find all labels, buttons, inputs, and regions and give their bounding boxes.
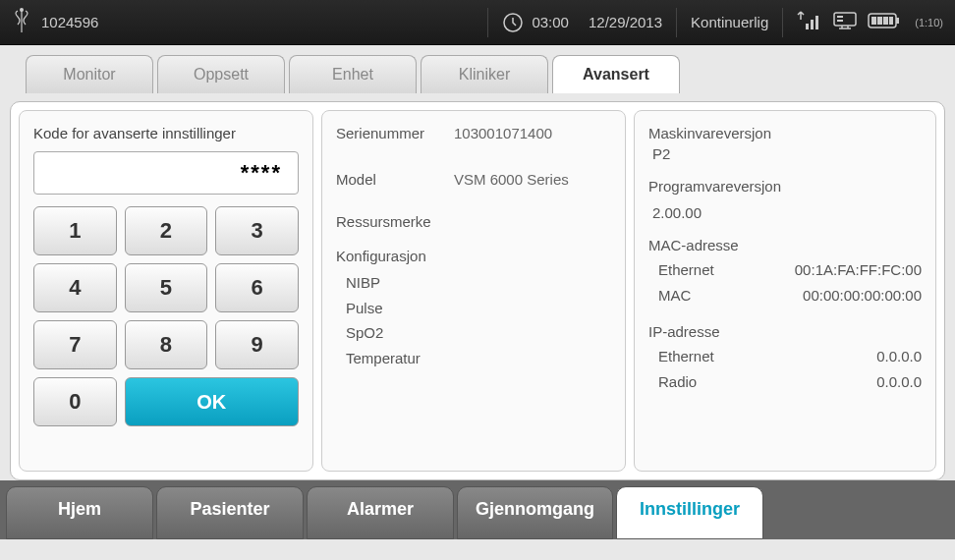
mac-eth-value: 00:1A:FA:FF:FC:00: [795, 257, 922, 283]
svg-rect-2: [806, 24, 809, 29]
device-info-panel: Serienummer 103001071400 Model VSM 6000 …: [321, 110, 626, 472]
svg-rect-12: [883, 17, 888, 25]
mac-section-label: MAC-adresse: [648, 237, 922, 253]
model-label: Model: [336, 171, 454, 188]
svg-rect-5: [834, 13, 856, 26]
key-7[interactable]: 7: [33, 320, 117, 369]
asset-value: [454, 213, 611, 230]
ip-section-label: IP-adresse: [648, 323, 922, 340]
mac-mac-value: 00:00:00:00:00:00: [803, 283, 922, 308]
sw-value: 2.00.00: [648, 198, 922, 221]
mac-eth-label: Ethernet: [658, 257, 714, 283]
key-8[interactable]: 8: [125, 320, 208, 369]
key-4[interactable]: 4: [33, 263, 117, 312]
bottom-tab-innstillinger[interactable]: Innstillinger: [616, 486, 763, 539]
keypad-title: Kode for avanserte innstillinger: [33, 125, 299, 141]
tab-kliniker[interactable]: Kliniker: [421, 55, 548, 93]
bottom-tab-gjennomgang[interactable]: Gjennomgang: [457, 486, 613, 539]
serial-value: 103001071400: [454, 125, 611, 141]
tab-avansert[interactable]: Avansert: [552, 55, 680, 93]
mac-mac-label: MAC: [658, 283, 691, 308]
password-display: ****: [33, 151, 299, 195]
ip-eth-label: Ethernet: [658, 344, 714, 369]
bottom-tab-alarmer[interactable]: Alarmer: [307, 486, 454, 539]
mode-value: Kontinuerlig: [691, 14, 768, 30]
key-5[interactable]: 5: [125, 263, 208, 312]
tab-monitor[interactable]: Monitor: [26, 55, 153, 93]
key-1[interactable]: 1: [33, 206, 117, 255]
svg-rect-13: [889, 17, 893, 25]
svg-rect-6: [837, 16, 843, 18]
asset-label: Ressursmerke: [336, 213, 454, 230]
hw-value: P2: [648, 145, 922, 162]
svg-point-0: [20, 8, 24, 12]
medical-icon: [12, 7, 31, 37]
battery-icon: [868, 12, 901, 32]
ip-radio-value: 0.0.0.0: [876, 369, 922, 395]
clock-icon: [502, 12, 524, 33]
time-value: 03:00: [532, 14, 569, 30]
serial-label: Serienummer: [336, 125, 454, 141]
system-info-panel: Maskinvareversjon P2 Programvareversjon …: [634, 110, 936, 472]
sw-label: Programvareversjon: [648, 178, 922, 195]
key-6[interactable]: 6: [215, 263, 299, 312]
top-tabs: Monitor Oppsett Enhet Kliniker Avansert: [10, 55, 945, 93]
key-9[interactable]: 9: [215, 320, 299, 369]
bottom-tab-hjem[interactable]: Hjem: [6, 486, 153, 539]
status-bar: 1024596 03:00 12/29/2013 Kontinuerlig (1…: [0, 0, 955, 45]
keypad-panel: Kode for avanserte innstillinger **** 1 …: [19, 110, 313, 472]
svg-rect-10: [871, 17, 876, 25]
config-label: Konfigurasjon: [336, 248, 611, 264]
svg-rect-11: [877, 17, 882, 25]
svg-rect-4: [815, 16, 818, 29]
date-value: 12/29/2013: [589, 14, 662, 30]
svg-rect-9: [896, 18, 899, 24]
ok-button[interactable]: OK: [125, 377, 299, 426]
tab-enhet[interactable]: Enhet: [289, 55, 417, 93]
svg-rect-7: [837, 20, 843, 22]
battery-text: (1:10): [915, 17, 943, 28]
config-nibp: NIBP: [336, 270, 611, 296]
bottom-tab-pasienter[interactable]: Pasienter: [156, 486, 304, 539]
key-2[interactable]: 2: [125, 206, 208, 255]
key-3[interactable]: 3: [215, 206, 299, 255]
ip-radio-label: Radio: [658, 369, 697, 395]
tab-oppsett[interactable]: Oppsett: [157, 55, 285, 93]
config-pulse: Pulse: [336, 296, 611, 321]
model-value: VSM 6000 Series: [454, 171, 611, 188]
display-icon: [832, 10, 858, 34]
hw-label: Maskinvareversjon: [648, 125, 922, 141]
patient-id: 1024596: [41, 14, 98, 30]
config-temp: Temperatur: [336, 346, 611, 371]
ip-eth-value: 0.0.0.0: [876, 344, 922, 369]
svg-rect-3: [811, 20, 814, 29]
key-0[interactable]: 0: [33, 377, 117, 426]
config-spo2: SpO2: [336, 320, 611, 346]
bottom-tabs: Hjem Pasienter Alarmer Gjennomgang Innst…: [0, 480, 955, 539]
signal-icon: [797, 10, 822, 34]
